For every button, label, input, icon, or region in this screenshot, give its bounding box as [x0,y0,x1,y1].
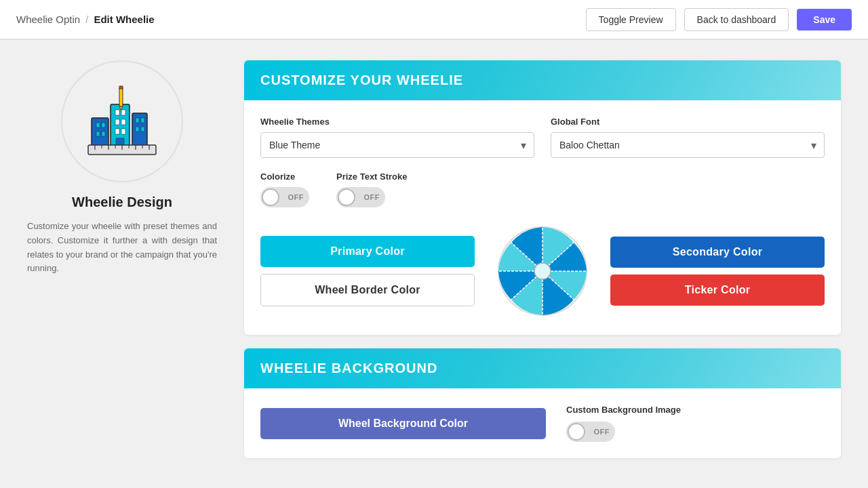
customize-section-title: CUSTOMIZE YOUR WHEELIE [260,73,463,88]
custom-bg-toggle-text: OFF [594,428,610,436]
custom-bg-group: Custom Background Image OFF [566,405,825,442]
svg-rect-3 [96,131,100,136]
prize-text-stroke-toggle-text: OFF [364,193,380,201]
save-button[interactable]: Save [797,9,852,30]
toggle-preview-button[interactable]: Toggle Preview [586,8,676,31]
prize-text-stroke-group: Prize Text Stroke OFF [336,171,408,207]
svg-rect-18 [119,87,123,106]
custom-bg-image-label: Custom Background Image [566,405,825,415]
ticker-color-button[interactable]: Ticker Color [610,274,825,306]
wheel-preview [488,224,597,319]
svg-rect-8 [115,119,119,125]
prize-text-stroke-toggle-knob [338,188,355,206]
customize-section-card: CUSTOMIZE YOUR WHEELIE Wheelie Themes Bl… [244,60,841,335]
background-section-body: Wheel Background Color Custom Background… [244,388,841,458]
secondary-color-button[interactable]: Secondary Color [610,237,825,268]
back-to-dashboard-button[interactable]: Back to dashboard [684,8,789,31]
font-group: Global Font Baloo Chettan Roboto Open Sa… [551,117,825,158]
customize-section-header: CUSTOMIZE YOUR WHEELIE [244,60,841,100]
wheel-svg [495,224,590,319]
wheel-border-color-button[interactable]: Wheel Border Color [260,274,475,306]
svg-rect-17 [141,127,144,131]
themes-font-row: Wheelie Themes Blue Theme Red Theme Gree… [260,117,825,158]
color-buttons-right: Secondary Color Ticker Color [610,237,825,306]
prize-text-stroke-label: Prize Text Stroke [336,171,408,182]
main-content: Wheelie Design Customize your wheelie wi… [0,40,868,488]
background-section-title: WHEELIE BACKGROUND [260,361,437,376]
colorize-label: Colorize [260,171,309,182]
svg-rect-13 [132,113,147,148]
wheel-background-color-button[interactable]: Wheel Background Color [260,408,546,439]
colorize-toggle[interactable]: OFF [260,187,309,207]
svg-rect-1 [96,123,100,127]
svg-rect-15 [141,118,144,123]
right-panel: CUSTOMIZE YOUR WHEELIE Wheelie Themes Bl… [244,60,841,472]
custom-bg-toggle[interactable]: OFF [566,422,615,442]
colorize-toggle-knob [262,188,279,206]
font-select-wrapper[interactable]: Baloo Chettan Roboto Open Sans Lato ▾ [551,132,825,158]
svg-rect-4 [102,131,105,136]
svg-rect-16 [136,127,139,131]
colorize-group: Colorize OFF [260,171,309,207]
wheel-preview-circle [61,60,183,182]
svg-rect-7 [121,110,125,115]
svg-rect-11 [121,129,125,134]
sidebar-description: Customize your wheelie with preset theme… [27,220,217,276]
toggle-row: Colorize OFF Prize Text Stroke OFF [260,171,825,207]
sidebar-title: Wheelie Design [72,195,172,210]
design-icon [81,81,163,162]
color-buttons-left: Primary Color Wheel Border Color [260,236,475,306]
svg-rect-6 [115,110,119,115]
themes-group: Wheelie Themes Blue Theme Red Theme Gree… [260,117,534,158]
themes-select[interactable]: Blue Theme Red Theme Green Theme Custom [260,132,534,158]
svg-point-40 [534,263,551,279]
customize-section-body: Wheelie Themes Blue Theme Red Theme Gree… [244,100,841,335]
svg-rect-14 [136,118,139,123]
app-name: Wheelie Optin [16,14,80,25]
primary-color-button[interactable]: Primary Color [260,236,475,267]
breadcrumb-separator: / [85,14,88,25]
svg-rect-2 [102,123,105,127]
themes-label: Wheelie Themes [260,117,534,127]
header-actions: Toggle Preview Back to dashboard Save [586,8,852,31]
svg-rect-0 [92,118,108,148]
svg-rect-10 [115,129,119,134]
breadcrumb: Wheelie Optin / Edit Wheelie [16,14,155,25]
themes-select-wrapper[interactable]: Blue Theme Red Theme Green Theme Custom … [260,132,534,158]
header: Wheelie Optin / Edit Wheelie Toggle Prev… [0,0,868,39]
background-section-card: WHEELIE BACKGROUND Wheel Background Colo… [244,348,841,458]
background-section-header: WHEELIE BACKGROUND [244,348,841,388]
prize-text-stroke-toggle[interactable]: OFF [336,187,385,207]
colorize-toggle-text: OFF [288,193,304,201]
font-select[interactable]: Baloo Chettan Roboto Open Sans Lato [551,132,825,158]
svg-rect-9 [121,119,125,125]
custom-bg-toggle-knob [568,423,585,441]
font-label: Global Font [551,117,825,127]
page-title: Edit Wheelie [94,14,154,25]
svg-rect-20 [119,86,123,89]
sidebar: Wheelie Design Customize your wheelie wi… [27,60,217,276]
color-area: Primary Color Wheel Border Color [260,224,825,319]
